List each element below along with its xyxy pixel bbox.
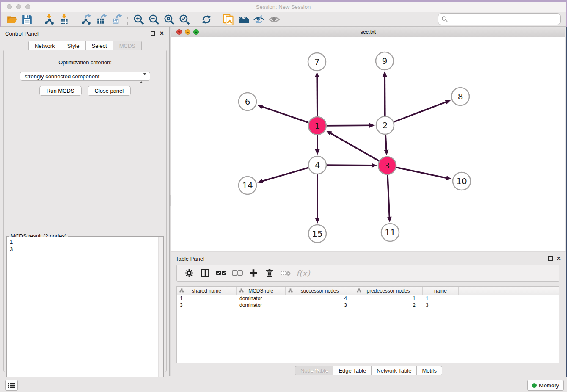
graph-edge-arrowhead [383,71,387,77]
graph-node-9[interactable]: 9 [376,52,394,70]
column-header-name[interactable]: name [423,287,459,295]
zoom-in-icon[interactable] [132,13,145,26]
open-session-icon[interactable] [6,13,18,26]
first-neighbors-icon[interactable] [237,13,250,26]
cell-predecessor-nodes[interactable]: 1 [354,295,423,301]
cell-predecessor-nodes[interactable]: 2 [354,302,423,308]
control-panel-close-icon[interactable]: × [160,31,164,36]
cell-shared-name[interactable]: 3 [177,302,237,308]
memory-button[interactable]: Memory [527,380,564,391]
toolbar-separator [195,14,196,25]
column-header-predecessor-nodes[interactable]: predecessor nodes [354,287,423,295]
refresh-view-icon[interactable] [200,13,213,26]
cell-successor-nodes[interactable]: 4 [286,295,354,301]
tab-network-table[interactable]: Network Table [371,366,417,375]
graph-edge-1-2[interactable] [327,125,371,126]
criterion-value: strongly connected component [25,73,99,80]
column-sort-icon[interactable] [357,288,361,294]
graph-node-8[interactable]: 8 [451,88,469,105]
tab-node-table[interactable]: Node Table [295,366,334,375]
mcds-result-line: 3 [10,246,156,253]
graph-edge-2-8[interactable] [394,102,447,122]
mcds-result-scrollbar[interactable] [158,237,163,392]
column-header-empty [459,287,559,295]
graph-edge-arrowhead [445,100,451,104]
clone-network-icon[interactable] [222,13,235,26]
search-box[interactable] [438,13,561,25]
toolbar-separator [127,14,128,25]
graph-edge-2-9[interactable] [385,75,385,116]
zoom-fit-content-icon[interactable] [163,13,176,26]
control-panel-maximize-icon[interactable] [151,31,155,36]
column-header-successor-nodes[interactable]: successor nodes [286,287,354,295]
titlebar: Session: New Session [1,2,566,12]
graph-edge-arrowhead [372,163,377,168]
node-table[interactable]: shared name MCDS role successor nodes pr… [176,286,559,363]
svg-text:3: 3 [385,160,390,171]
import-network-icon[interactable] [43,13,55,26]
add-column-icon[interactable] [248,267,259,279]
task-history-button[interactable] [5,380,18,391]
search-input[interactable] [448,15,560,23]
cell-mcds-role[interactable]: dominator [237,295,286,301]
delete-column-trash-icon[interactable] [264,267,275,279]
tab-edge-table[interactable]: Edge Table [333,366,372,375]
graph-edge-4-3[interactable] [327,165,373,166]
close-panel-button[interactable]: Close panel [88,86,131,96]
show-panel-eye-icon[interactable] [268,13,281,26]
table-panel-close-icon[interactable]: × [556,256,561,261]
svg-text:1: 1 [315,121,320,131]
table-row[interactable]: 1 dominator 4 1 1 [177,295,559,302]
cell-mcds-role[interactable]: dominator [237,302,286,308]
column-sort-icon[interactable] [239,288,244,294]
graph-node-1[interactable]: 1 [308,117,326,135]
graph-edge-4-14[interactable] [261,168,308,181]
graph-edge-1-7[interactable] [317,76,317,116]
graph-edge-1-6[interactable] [261,106,308,123]
deselect-all-columns-icon[interactable] [231,267,243,279]
column-sort-icon[interactable] [179,288,184,294]
graph-node-4[interactable]: 4 [308,156,326,174]
graph-node-2[interactable]: 2 [376,116,394,134]
run-mcds-button[interactable]: Run MCDS [39,86,82,96]
select-all-columns-icon[interactable] [215,267,227,279]
export-table-icon[interactable] [95,13,108,26]
export-image-icon[interactable] [110,13,123,26]
graph-edge-3-11[interactable] [388,175,390,218]
graph-node-15[interactable]: 15 [308,225,326,243]
graph-node-14[interactable]: 14 [239,177,256,194]
graph-edge-3-10[interactable] [396,168,448,178]
network-canvas[interactable]: 1234678910111415 [171,37,565,251]
table-row[interactable]: 3 dominator 3 2 3 [177,302,559,309]
import-table-icon[interactable] [58,13,71,26]
zoom-out-icon[interactable] [148,13,160,26]
column-sort-icon[interactable] [288,288,293,294]
cell-shared-name[interactable]: 1 [177,295,237,301]
graph-node-7[interactable]: 7 [308,53,326,71]
graph-node-3[interactable]: 3 [378,157,396,174]
criterion-dropdown[interactable]: strongly connected component [20,72,150,81]
mcds-result-list[interactable]: 1 3 [7,237,158,392]
graph-node-10[interactable]: 10 [453,172,471,190]
tab-motifs[interactable]: Motifs [416,366,442,375]
zoom-selected-icon[interactable] [178,13,191,26]
graph-node-6[interactable]: 6 [239,93,256,110]
graph-edge-2-3[interactable] [385,135,386,151]
table-settings-gear-icon[interactable] [183,267,195,279]
split-columns-icon[interactable] [199,267,211,279]
cell-name[interactable]: 3 [423,302,459,308]
hide-panel-eye-icon[interactable] [253,13,265,26]
memory-status-dot [532,383,537,388]
graph-edge-3-1[interactable] [330,133,379,161]
cell-name[interactable]: 1 [423,295,459,301]
optimization-criterion-label: Optimization criterion: [4,59,166,66]
graph-node-11[interactable]: 11 [381,224,399,241]
export-network-icon[interactable] [80,13,93,26]
table-header-row: shared name MCDS role successor nodes pr… [177,287,559,295]
main-toolbar [1,12,566,27]
table-panel-maximize-icon[interactable] [548,256,553,261]
cell-successor-nodes[interactable]: 3 [286,302,354,308]
column-header-mcds-role[interactable]: MCDS role [237,287,286,295]
column-header-shared-name[interactable]: shared name [177,287,237,295]
save-session-icon[interactable] [21,13,33,26]
